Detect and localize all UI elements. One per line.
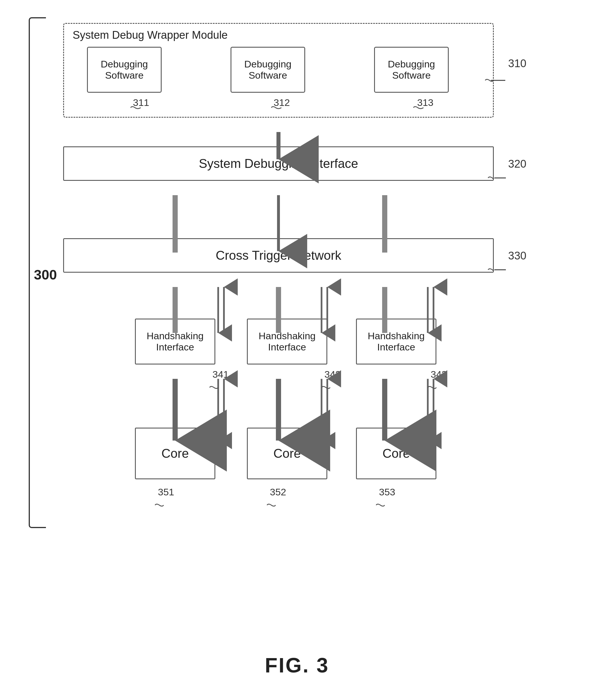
ctn-box: Cross Trigger Network <box>63 238 494 273</box>
core-box-2: Core <box>247 428 327 479</box>
debug-software-box-1: Debugging Software <box>87 47 162 93</box>
label-313: 313 <box>417 97 433 108</box>
sdi-box: System Debugging Interface <box>63 146 494 181</box>
label-343: 343 <box>431 369 447 380</box>
hs-box-2: Handshaking Interface <box>247 319 327 364</box>
label-351: 351 <box>158 487 174 498</box>
core-box-3: Core <box>356 428 436 479</box>
label-310-ref: 310 <box>508 58 526 70</box>
label-352: 352 <box>270 487 286 498</box>
label-312: 312 <box>274 97 290 108</box>
label-330-ref: 330 <box>508 250 526 262</box>
debug-software-box-2: Debugging Software <box>231 47 305 93</box>
label-320-ref: 320 <box>508 158 526 170</box>
wrapper-module-label: System Debug Wrapper Module <box>73 29 228 41</box>
core-box-1: Core <box>135 428 215 479</box>
label-342: 342 <box>324 369 341 380</box>
hs-box-3: Handshaking Interface <box>356 319 436 364</box>
label-353: 353 <box>379 487 395 498</box>
diagram: 300 System Debug Wrapper Module Debuggin… <box>29 17 560 677</box>
label-300: 300 <box>34 267 57 283</box>
label-341: 341 <box>212 369 229 380</box>
wrapper-module: System Debug Wrapper Module Debugging So… <box>63 23 494 118</box>
debug-software-box-3: Debugging Software <box>374 47 449 93</box>
hs-box-1: Handshaking Interface <box>135 319 215 364</box>
figure-label: FIG. 3 <box>265 654 329 677</box>
label-311: 311 <box>133 97 149 108</box>
